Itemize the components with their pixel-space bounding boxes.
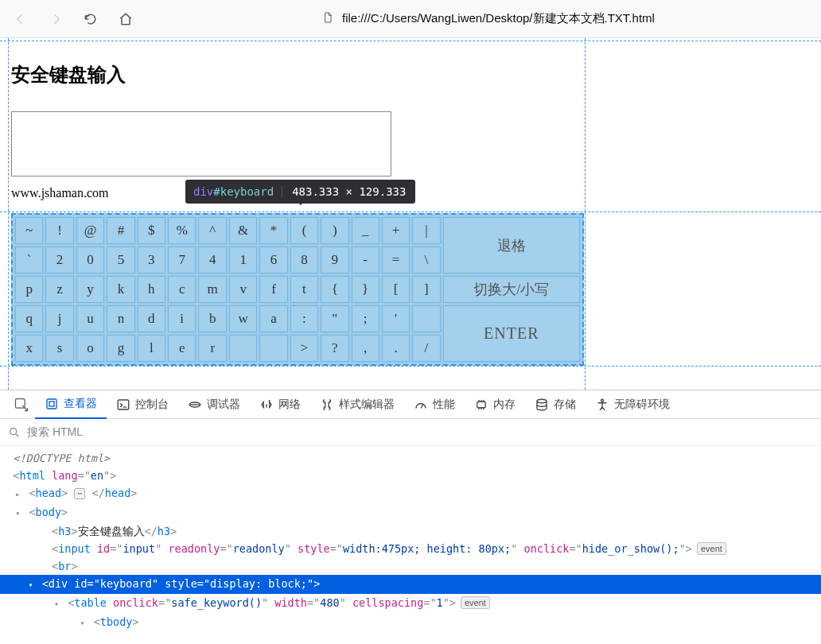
- tab-memory[interactable]: 内存: [465, 390, 525, 419]
- tab-storage[interactable]: 存储: [525, 390, 586, 419]
- key[interactable]: |: [412, 217, 440, 244]
- key[interactable]: -: [352, 246, 379, 274]
- key[interactable]: j: [45, 305, 73, 332]
- key-backspace[interactable]: 退格: [443, 217, 580, 274]
- tab-network[interactable]: 网络: [250, 390, 310, 419]
- dom-tree-line[interactable]: <input id="input" readonly="readonly" st…: [0, 540, 821, 557]
- key[interactable]: @: [76, 217, 105, 244]
- element-picker-button[interactable]: [8, 397, 35, 413]
- key[interactable]: s: [45, 335, 73, 362]
- url-bar[interactable]: file:///C:/Users/WangLiwen/Desktop/新建文本文…: [321, 11, 815, 26]
- key[interactable]: 6: [259, 246, 287, 274]
- key[interactable]: 0: [76, 246, 105, 274]
- key[interactable]: *: [259, 217, 287, 244]
- key[interactable]: ^: [198, 217, 226, 244]
- key-case-toggle[interactable]: 切换大/小写: [443, 276, 580, 303]
- tab-style[interactable]: 样式编辑器: [310, 390, 404, 419]
- key[interactable]: ;: [352, 305, 379, 332]
- tab-inspector[interactable]: 查看器: [35, 390, 107, 419]
- key[interactable]: }: [352, 276, 379, 303]
- key-enter[interactable]: ENTER: [443, 305, 580, 362]
- secure-input[interactable]: [11, 111, 391, 177]
- key[interactable]: e: [168, 335, 196, 362]
- key[interactable]: k: [107, 276, 134, 303]
- key[interactable]: ,: [352, 335, 379, 362]
- key[interactable]: >: [290, 335, 318, 362]
- key[interactable]: =: [382, 246, 410, 274]
- key[interactable]: f: [259, 276, 287, 303]
- key[interactable]: [: [382, 276, 410, 303]
- key[interactable]: ]: [412, 276, 440, 303]
- key[interactable]: 7: [168, 246, 196, 274]
- dom-tree-line[interactable]: <html lang="en">: [0, 467, 821, 484]
- nav-back-button[interactable]: [6, 5, 35, 33]
- key[interactable]: {: [321, 276, 348, 303]
- key[interactable]: r: [198, 335, 226, 362]
- key[interactable]: #: [107, 217, 134, 244]
- nav-forward-button[interactable]: [41, 5, 70, 33]
- key[interactable]: x: [15, 335, 43, 362]
- key[interactable]: p: [15, 276, 43, 303]
- key[interactable]: 4: [198, 246, 226, 274]
- key[interactable]: c: [168, 276, 196, 303]
- devtools-search[interactable]: 搜索 HTML: [0, 419, 821, 446]
- key[interactable]: m: [198, 276, 226, 303]
- key[interactable]: $: [138, 217, 165, 244]
- key[interactable]: ': [382, 305, 410, 332]
- key[interactable]: %: [168, 217, 196, 244]
- dom-tree-line[interactable]: ▸ <head> ⋯ </head>: [0, 484, 821, 503]
- key[interactable]: b: [198, 305, 226, 332]
- key[interactable]: y: [76, 276, 105, 303]
- nav-home-button[interactable]: [111, 5, 140, 33]
- key[interactable]: &: [229, 217, 257, 244]
- key[interactable]: h: [138, 276, 165, 303]
- key[interactable]: \: [412, 246, 440, 274]
- dom-tree[interactable]: <!DOCTYPE html> <html lang="en"> ▸ <head…: [0, 446, 821, 644]
- key[interactable]: [229, 335, 257, 362]
- key[interactable]: o: [76, 335, 105, 362]
- key[interactable]: u: [76, 305, 105, 332]
- key[interactable]: 8: [290, 246, 318, 274]
- key[interactable]: ?: [321, 335, 348, 362]
- key[interactable]: l: [138, 335, 165, 362]
- key[interactable]: .: [382, 335, 410, 362]
- tab-debugger[interactable]: 调试器: [178, 390, 250, 419]
- tab-accessibility[interactable]: 无障碍环境: [586, 390, 679, 419]
- key[interactable]: [259, 335, 287, 362]
- key[interactable]: d: [138, 305, 165, 332]
- key[interactable]: 3: [138, 246, 165, 274]
- key[interactable]: q: [15, 305, 43, 332]
- key[interactable]: ": [321, 305, 348, 332]
- key[interactable]: g: [107, 335, 134, 362]
- key[interactable]: 2: [45, 246, 73, 274]
- tab-console[interactable]: 控制台: [107, 390, 178, 419]
- key[interactable]: 1: [229, 246, 257, 274]
- dom-tree-line[interactable]: ▾ <div id="keyboard" style="display: blo…: [0, 575, 821, 594]
- key[interactable]: !: [45, 217, 73, 244]
- key[interactable]: :: [290, 305, 318, 332]
- key[interactable]: /: [412, 335, 440, 362]
- key[interactable]: a: [259, 305, 287, 332]
- key[interactable]: +: [382, 217, 410, 244]
- key[interactable]: i: [168, 305, 196, 332]
- key[interactable]: v: [229, 276, 257, 303]
- tab-performance[interactable]: 性能: [404, 390, 465, 419]
- key[interactable]: 9: [321, 246, 348, 274]
- key[interactable]: ): [321, 217, 348, 244]
- key[interactable]: _: [352, 217, 379, 244]
- key[interactable]: z: [45, 276, 73, 303]
- key[interactable]: `: [15, 246, 43, 274]
- key[interactable]: ~: [15, 217, 43, 244]
- dom-tree-line[interactable]: ▾ <tbody>: [0, 613, 821, 632]
- dom-tree-line[interactable]: <!DOCTYPE html>: [0, 449, 821, 467]
- key[interactable]: 5: [107, 246, 134, 274]
- key[interactable]: t: [290, 276, 318, 303]
- key[interactable]: w: [229, 305, 257, 332]
- dom-tree-line[interactable]: ▾ <body>: [0, 503, 821, 522]
- dom-tree-line[interactable]: <h3>安全键盘输入</h3>: [0, 522, 821, 540]
- key[interactable]: (: [290, 217, 318, 244]
- dom-tree-line[interactable]: ▾ <table onclick="safe_keyword()" width=…: [0, 594, 821, 613]
- nav-reload-button[interactable]: [76, 5, 105, 33]
- dom-tree-line[interactable]: <br>: [0, 557, 821, 575]
- key[interactable]: n: [107, 305, 134, 332]
